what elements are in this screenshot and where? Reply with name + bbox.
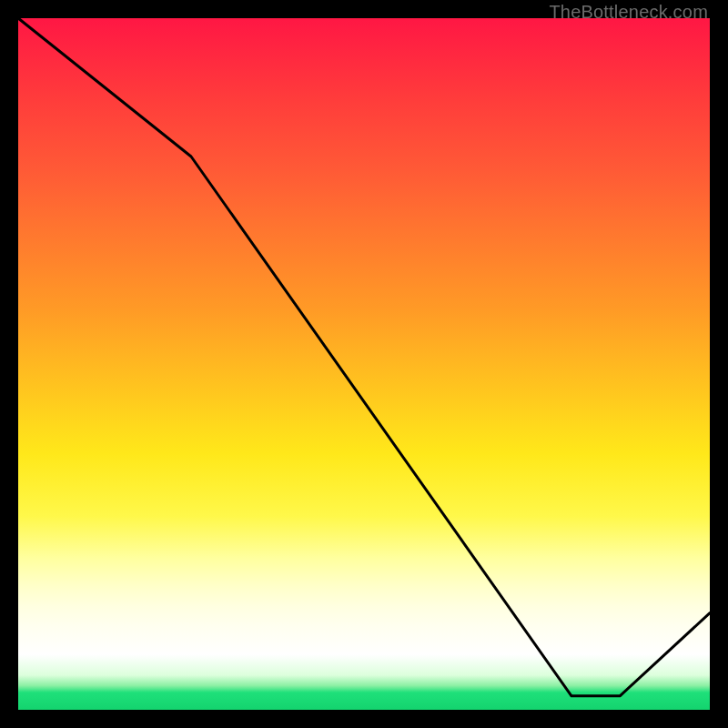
chart-line-layer	[18, 18, 710, 710]
chart-frame	[18, 18, 710, 710]
chart-series-curve	[18, 18, 710, 696]
